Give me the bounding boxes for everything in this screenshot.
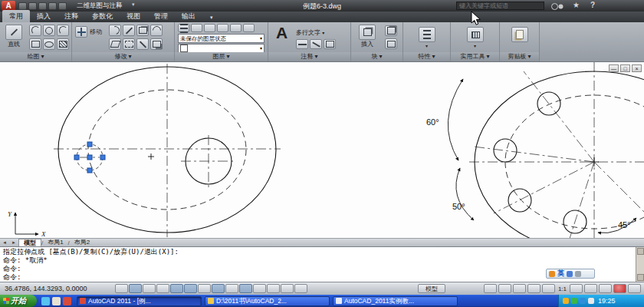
chevron-down-icon[interactable]: ▾ — [132, 2, 135, 8]
leader-icon[interactable] — [310, 39, 322, 49]
search-input[interactable] — [456, 2, 544, 10]
taskbar-item-explorer[interactable]: D:\2011书\AutoCAD_2... — [205, 296, 330, 306]
ime-mode-icon[interactable] — [549, 271, 555, 277]
insert-block-button[interactable]: 插入 — [356, 25, 379, 48]
quick-launch-browser-icon[interactable] — [41, 297, 50, 305]
rotate-icon[interactable] — [109, 25, 121, 36]
scroll-up-icon[interactable] — [637, 248, 644, 255]
mtext-button[interactable]: 多行文字 ▾ — [296, 28, 324, 37]
copy-icon[interactable] — [136, 25, 149, 36]
layer-off-icon[interactable] — [191, 24, 202, 32]
fillet-icon[interactable] — [150, 25, 163, 36]
tab-annotate[interactable]: 注释 — [58, 10, 85, 22]
panel-label-layers[interactable]: 图层 ▾ — [175, 52, 268, 61]
line-button[interactable]: 直线 — [3, 25, 25, 48]
panel-clipboard[interactable]: 剪贴板 ▾ — [500, 22, 540, 61]
minimize-icon[interactable]: — — [609, 64, 619, 72]
radial-centerline-3[interactable] — [494, 162, 594, 213]
ime-language-indicator[interactable]: 英 — [557, 269, 564, 278]
dimension-icon[interactable] — [296, 39, 308, 49]
panel-label-draw[interactable]: 绘图 ▾ — [0, 52, 71, 61]
panel-label-annotation[interactable]: 注释 ▾ — [268, 52, 350, 61]
restore-icon[interactable]: □ — [620, 64, 630, 72]
grip-east[interactable] — [100, 155, 105, 160]
tab-manage[interactable]: 管理 — [147, 10, 175, 22]
object-snap-tracking-toggle[interactable] — [212, 284, 225, 293]
move-button[interactable]: 移动 — [75, 26, 106, 38]
polar-tracking-toggle[interactable] — [170, 284, 183, 293]
quick-launch-desktop-icon[interactable] — [52, 297, 61, 305]
selection-cycling-toggle[interactable] — [294, 284, 307, 293]
mirror-icon[interactable] — [123, 38, 135, 50]
table-icon[interactable] — [324, 39, 336, 49]
tab-model[interactable]: 模型 — [18, 239, 41, 247]
grip-south[interactable] — [87, 168, 92, 173]
close-icon[interactable]: × — [632, 64, 642, 72]
undo-icon[interactable] — [38, 2, 47, 10]
toolbar-lock-icon[interactable] — [599, 284, 612, 293]
snap-mode-toggle[interactable] — [129, 284, 142, 293]
transparency-toggle[interactable] — [267, 284, 280, 293]
dim-label-45[interactable]: 45° — [618, 220, 631, 229]
tab-scroll-right-icon[interactable]: ► — [9, 240, 18, 245]
annotation-visibility-icon[interactable] — [570, 284, 583, 293]
taskbar-item-autocad[interactable]: AutoCAD 2011 - [例... — [77, 296, 202, 306]
gear-icon[interactable] — [18, 2, 27, 10]
rectangle-icon[interactable] — [29, 38, 41, 50]
quick-launch-autocad-icon[interactable] — [63, 297, 71, 305]
grid-display-toggle[interactable] — [143, 284, 156, 293]
quick-view-layouts-icon[interactable] — [484, 284, 497, 293]
dim-label-60[interactable]: 60° — [426, 117, 439, 127]
lineweight-toggle[interactable] — [253, 284, 266, 293]
radial-centerline-45[interactable] — [594, 162, 644, 216]
quick-properties-toggle[interactable] — [281, 284, 294, 293]
clock[interactable]: 19:25 — [598, 297, 616, 305]
plot-icon[interactable] — [58, 2, 67, 10]
array-icon[interactable] — [150, 38, 163, 50]
command-scrollbar[interactable] — [636, 247, 644, 282]
edit-block-icon[interactable] — [385, 38, 397, 49]
tab-view[interactable]: 视图 — [120, 10, 147, 22]
arc-icon[interactable] — [57, 25, 69, 36]
layer-freeze-icon[interactable] — [217, 24, 228, 32]
right-outer-ellipse[interactable] — [475, 71, 644, 239]
layer-isolate-icon[interactable] — [204, 24, 215, 32]
create-block-icon[interactable] — [385, 25, 397, 36]
grip-west[interactable] — [74, 155, 79, 160]
taskbar-item-document[interactable]: AutoCAD_2011实例教... — [333, 296, 458, 306]
tray-network-icon[interactable] — [580, 298, 586, 304]
command-window[interactable]: 指定拉伸点或 [基点(B)/复制(C)/放弃(U)/退出(X)]: 命令: *取… — [0, 246, 644, 282]
ime-keyboard-icon[interactable] — [567, 271, 573, 277]
start-button[interactable]: 开始 — [0, 295, 37, 307]
tab-layout1[interactable]: 布局1 — [43, 239, 67, 246]
panel-utilities[interactable]: ▾ 实用工具 ▾ — [451, 22, 500, 61]
ellipse-icon[interactable] — [43, 38, 55, 50]
exchange-star-icon[interactable]: ★ — [573, 1, 580, 9]
object-snap-toggle[interactable] — [184, 284, 197, 293]
infer-constraints-toggle[interactable] — [115, 284, 128, 293]
erase-icon[interactable] — [109, 38, 121, 50]
tray-antivirus-icon[interactable] — [571, 298, 577, 304]
layer-properties-icon[interactable] — [178, 24, 189, 32]
tab-parametric[interactable]: 参数化 — [85, 10, 120, 22]
mtext-icon[interactable]: A — [276, 25, 288, 41]
tab-output[interactable]: 输出 — [175, 10, 202, 22]
tab-insert[interactable]: 插入 — [30, 10, 58, 22]
annotation-scale[interactable]: 1:1 — [557, 286, 568, 292]
3d-object-snap-toggle[interactable] — [198, 284, 211, 293]
circle-icon[interactable] — [43, 25, 55, 36]
layer-match-icon[interactable] — [243, 24, 255, 32]
dim-arc-50[interactable] — [456, 168, 474, 220]
dim-arc-60[interactable] — [448, 79, 463, 160]
tab-scroll-left-icon[interactable]: ◄ — [0, 240, 9, 245]
dim-label-50[interactable]: 50° — [452, 202, 465, 211]
grip-center[interactable] — [87, 155, 92, 160]
ribbon-minimize-icon[interactable]: ▾ — [207, 13, 216, 22]
drawing-area[interactable]: 60° 50° 45° Y X — □ × — [0, 61, 644, 238]
clean-screen-icon[interactable] — [628, 284, 641, 293]
panel-properties[interactable]: ▾ 特性 ▾ — [403, 22, 451, 61]
hatch-icon[interactable] — [57, 38, 69, 50]
model-space-button[interactable]: 模型 — [418, 284, 445, 293]
help-icon[interactable]: ? — [590, 1, 595, 9]
command-prompt-line[interactable]: 命令: — [3, 273, 635, 282]
